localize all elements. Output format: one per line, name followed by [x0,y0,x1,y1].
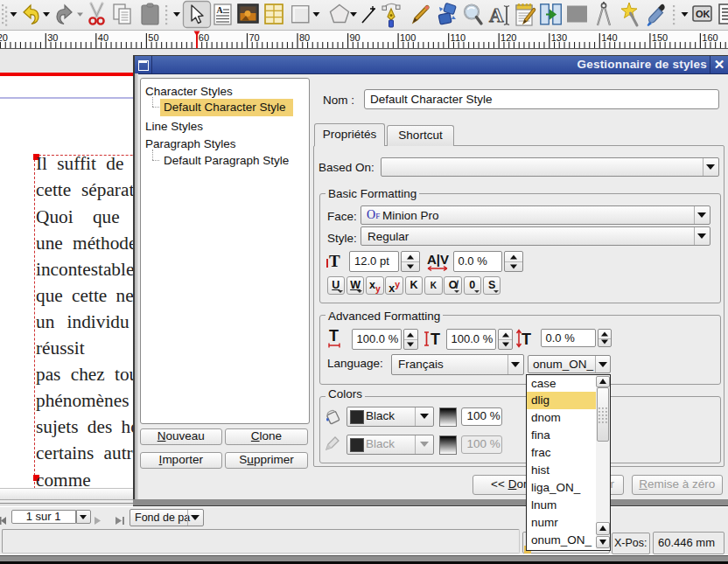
svg-text:T: T [329,252,340,270]
svg-text:160: 160 [702,32,718,43]
svg-text:50: 50 [148,32,158,43]
svg-text:140: 140 [601,32,617,43]
svg-text:T: T [430,331,440,348]
svg-text:A: A [217,5,224,15]
svg-text:70: 70 [248,32,259,43]
svg-text:T: T [522,331,531,348]
svg-text:100: 100 [400,32,416,43]
svg-text:40: 40 [98,32,108,43]
svg-text:30: 30 [47,32,58,43]
svg-text:20: 20 [0,32,8,43]
svg-text:110: 110 [451,32,466,43]
svg-text:A: A [489,4,504,26]
svg-text:OK: OK [696,9,710,19]
svg-text:90: 90 [350,32,360,43]
svg-text:80: 80 [299,32,310,43]
svg-text:T: T [329,328,339,345]
svg-text:130: 130 [551,32,567,43]
svg-text:120: 120 [500,32,516,43]
svg-text:150: 150 [652,32,668,43]
svg-text:60: 60 [199,32,209,43]
svg-text:A|V: A|V [427,252,449,267]
